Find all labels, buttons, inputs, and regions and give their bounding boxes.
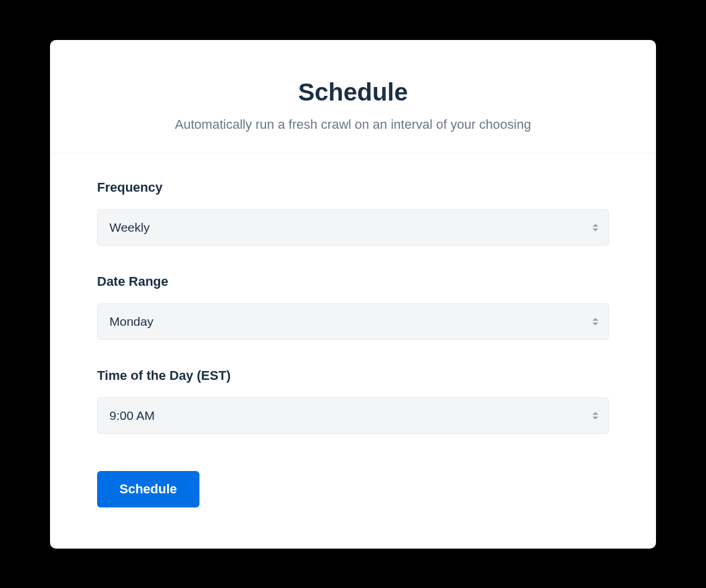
time-of-day-select[interactable]: 9:00 AM — [97, 397, 609, 434]
time-of-day-group: Time of the Day (EST) 9:00 AM — [97, 368, 609, 434]
date-range-select[interactable]: Monday — [97, 303, 609, 340]
page-subtitle: Automatically run a fresh crawl on an in… — [85, 117, 621, 132]
time-of-day-label: Time of the Day (EST) — [97, 368, 609, 383]
card-body: Frequency Weekly Date Range Monday Time … — [50, 153, 656, 507]
frequency-group: Frequency Weekly — [97, 180, 609, 246]
schedule-card: Schedule Automatically run a fresh crawl… — [50, 40, 656, 549]
schedule-button[interactable]: Schedule — [97, 471, 199, 507]
time-of-day-select-value[interactable]: 9:00 AM — [97, 397, 609, 434]
date-range-label: Date Range — [97, 274, 609, 289]
page-title: Schedule — [85, 78, 621, 106]
frequency-select-value[interactable]: Weekly — [97, 209, 609, 246]
frequency-label: Frequency — [97, 180, 609, 195]
date-range-group: Date Range Monday — [97, 274, 609, 340]
date-range-select-value[interactable]: Monday — [97, 303, 609, 340]
card-header: Schedule Automatically run a fresh crawl… — [50, 78, 656, 153]
frequency-select[interactable]: Weekly — [97, 209, 609, 246]
